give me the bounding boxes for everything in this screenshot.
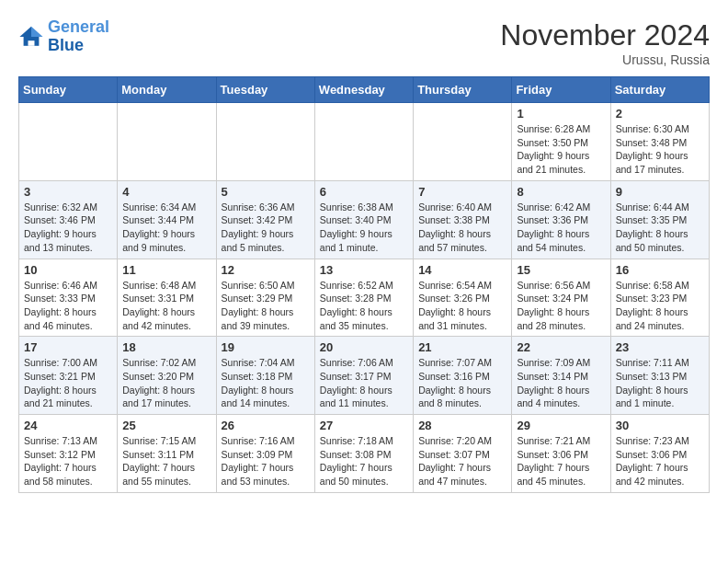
weekday-header: Sunday xyxy=(19,77,118,103)
calendar-body: 1Sunrise: 6:28 AM Sunset: 3:50 PM Daylig… xyxy=(19,103,710,493)
calendar-day: 15Sunrise: 6:56 AM Sunset: 3:24 PM Dayli… xyxy=(512,259,610,337)
calendar-day: 5Sunrise: 6:36 AM Sunset: 3:42 PM Daylig… xyxy=(216,180,314,259)
day-info: Sunrise: 6:52 AM Sunset: 3:28 PM Dayligh… xyxy=(320,279,408,333)
day-number: 26 xyxy=(222,419,310,432)
day-number: 29 xyxy=(517,419,605,432)
day-info: Sunrise: 6:46 AM Sunset: 3:33 PM Dayligh… xyxy=(24,279,112,333)
day-number: 4 xyxy=(122,185,210,199)
calendar-day xyxy=(19,103,118,181)
calendar-header: SundayMondayTuesdayWednesdayThursdayFrid… xyxy=(19,77,710,103)
day-info: Sunrise: 7:00 AM Sunset: 3:21 PM Dayligh… xyxy=(24,356,112,410)
title-block: November 2024 Urussu, Russia xyxy=(500,18,710,67)
day-number: 24 xyxy=(24,419,112,432)
page-header: General Blue November 2024 Urussu, Russi… xyxy=(18,18,710,67)
day-info: Sunrise: 6:44 AM Sunset: 3:35 PM Dayligh… xyxy=(616,201,704,255)
day-number: 22 xyxy=(517,340,605,354)
day-number: 8 xyxy=(517,185,605,199)
calendar-week: 3Sunrise: 6:32 AM Sunset: 3:46 PM Daylig… xyxy=(19,180,710,259)
day-number: 14 xyxy=(418,263,506,277)
day-info: Sunrise: 6:34 AM Sunset: 3:44 PM Dayligh… xyxy=(122,201,210,255)
day-number: 17 xyxy=(24,340,112,354)
weekday-header: Wednesday xyxy=(314,77,413,103)
day-number: 7 xyxy=(418,185,506,199)
svg-rect-4 xyxy=(28,40,35,46)
day-number: 15 xyxy=(517,263,605,277)
day-number: 23 xyxy=(616,340,704,354)
day-info: Sunrise: 6:28 AM Sunset: 3:50 PM Dayligh… xyxy=(517,122,605,177)
calendar-day: 17Sunrise: 7:00 AM Sunset: 3:21 PM Dayli… xyxy=(19,337,118,415)
day-number: 20 xyxy=(320,340,408,354)
logo-text: General Blue xyxy=(48,18,109,55)
day-info: Sunrise: 7:15 AM Sunset: 3:11 PM Dayligh… xyxy=(122,434,210,488)
calendar-day: 23Sunrise: 7:11 AM Sunset: 3:13 PM Dayli… xyxy=(610,337,709,415)
calendar-day: 14Sunrise: 6:54 AM Sunset: 3:26 PM Dayli… xyxy=(414,259,512,337)
calendar-day: 2Sunrise: 6:30 AM Sunset: 3:48 PM Daylig… xyxy=(610,103,709,181)
calendar-day: 3Sunrise: 6:32 AM Sunset: 3:46 PM Daylig… xyxy=(19,180,118,259)
calendar-day: 7Sunrise: 6:40 AM Sunset: 3:38 PM Daylig… xyxy=(414,180,512,259)
calendar-week: 1Sunrise: 6:28 AM Sunset: 3:50 PM Daylig… xyxy=(19,103,710,181)
weekday-header: Saturday xyxy=(610,77,709,103)
day-number: 3 xyxy=(24,185,112,199)
day-info: Sunrise: 7:09 AM Sunset: 3:14 PM Dayligh… xyxy=(517,356,605,410)
calendar-day: 8Sunrise: 6:42 AM Sunset: 3:36 PM Daylig… xyxy=(512,180,610,259)
day-info: Sunrise: 6:58 AM Sunset: 3:23 PM Dayligh… xyxy=(616,279,704,333)
day-info: Sunrise: 7:18 AM Sunset: 3:08 PM Dayligh… xyxy=(320,434,408,488)
calendar-day: 28Sunrise: 7:20 AM Sunset: 3:07 PM Dayli… xyxy=(414,415,512,493)
day-info: Sunrise: 7:23 AM Sunset: 3:06 PM Dayligh… xyxy=(616,434,704,488)
calendar-day: 20Sunrise: 7:06 AM Sunset: 3:17 PM Dayli… xyxy=(314,337,413,415)
day-number: 19 xyxy=(222,340,310,354)
calendar-day: 22Sunrise: 7:09 AM Sunset: 3:14 PM Dayli… xyxy=(512,337,610,415)
calendar-day: 21Sunrise: 7:07 AM Sunset: 3:16 PM Dayli… xyxy=(414,337,512,415)
day-number: 18 xyxy=(122,340,210,354)
calendar-day: 29Sunrise: 7:21 AM Sunset: 3:06 PM Dayli… xyxy=(512,415,610,493)
day-number: 28 xyxy=(418,419,506,432)
calendar-day: 10Sunrise: 6:46 AM Sunset: 3:33 PM Dayli… xyxy=(19,259,118,337)
day-info: Sunrise: 7:07 AM Sunset: 3:16 PM Dayligh… xyxy=(418,356,506,410)
day-info: Sunrise: 7:04 AM Sunset: 3:18 PM Dayligh… xyxy=(222,356,310,410)
day-info: Sunrise: 7:13 AM Sunset: 3:12 PM Dayligh… xyxy=(24,434,112,488)
calendar-day: 30Sunrise: 7:23 AM Sunset: 3:06 PM Dayli… xyxy=(610,415,709,493)
calendar-day: 13Sunrise: 6:52 AM Sunset: 3:28 PM Dayli… xyxy=(314,259,413,337)
calendar-day: 6Sunrise: 6:38 AM Sunset: 3:40 PM Daylig… xyxy=(314,180,413,259)
weekday-header: Monday xyxy=(118,77,216,103)
calendar-week: 24Sunrise: 7:13 AM Sunset: 3:12 PM Dayli… xyxy=(19,415,710,493)
day-info: Sunrise: 6:32 AM Sunset: 3:46 PM Dayligh… xyxy=(24,201,112,255)
calendar-day: 4Sunrise: 6:34 AM Sunset: 3:44 PM Daylig… xyxy=(118,180,216,259)
calendar-day: 11Sunrise: 6:48 AM Sunset: 3:31 PM Dayli… xyxy=(118,259,216,337)
calendar-day: 25Sunrise: 7:15 AM Sunset: 3:11 PM Dayli… xyxy=(118,415,216,493)
day-number: 2 xyxy=(616,107,704,121)
day-info: Sunrise: 6:50 AM Sunset: 3:29 PM Dayligh… xyxy=(222,279,310,333)
day-number: 12 xyxy=(222,263,310,277)
calendar-day: 26Sunrise: 7:16 AM Sunset: 3:09 PM Dayli… xyxy=(216,415,314,493)
location: Urussu, Russia xyxy=(500,52,710,67)
day-number: 5 xyxy=(222,185,310,199)
calendar-day xyxy=(314,103,413,181)
day-info: Sunrise: 6:30 AM Sunset: 3:48 PM Dayligh… xyxy=(616,122,704,177)
day-info: Sunrise: 6:40 AM Sunset: 3:38 PM Dayligh… xyxy=(418,201,506,255)
day-info: Sunrise: 7:02 AM Sunset: 3:20 PM Dayligh… xyxy=(122,356,210,410)
header-row: SundayMondayTuesdayWednesdayThursdayFrid… xyxy=(19,77,710,103)
day-info: Sunrise: 7:06 AM Sunset: 3:17 PM Dayligh… xyxy=(320,356,408,410)
calendar-day xyxy=(216,103,314,181)
day-number: 16 xyxy=(616,263,704,277)
day-info: Sunrise: 6:56 AM Sunset: 3:24 PM Dayligh… xyxy=(517,279,605,333)
day-number: 1 xyxy=(517,107,605,121)
day-number: 30 xyxy=(616,419,704,432)
calendar-day: 19Sunrise: 7:04 AM Sunset: 3:18 PM Dayli… xyxy=(216,337,314,415)
calendar-week: 17Sunrise: 7:00 AM Sunset: 3:21 PM Dayli… xyxy=(19,337,710,415)
day-info: Sunrise: 6:38 AM Sunset: 3:40 PM Dayligh… xyxy=(320,201,408,255)
calendar-day: 18Sunrise: 7:02 AM Sunset: 3:20 PM Dayli… xyxy=(118,337,216,415)
logo: General Blue xyxy=(18,18,109,55)
calendar-day: 24Sunrise: 7:13 AM Sunset: 3:12 PM Dayli… xyxy=(19,415,118,493)
day-info: Sunrise: 7:11 AM Sunset: 3:13 PM Dayligh… xyxy=(616,356,704,410)
day-info: Sunrise: 6:42 AM Sunset: 3:36 PM Dayligh… xyxy=(517,201,605,255)
day-number: 9 xyxy=(616,185,704,199)
calendar-day xyxy=(118,103,216,181)
day-number: 27 xyxy=(320,419,408,432)
calendar-day: 1Sunrise: 6:28 AM Sunset: 3:50 PM Daylig… xyxy=(512,103,610,181)
calendar-day: 9Sunrise: 6:44 AM Sunset: 3:35 PM Daylig… xyxy=(610,180,709,259)
month-title: November 2024 xyxy=(500,18,710,52)
calendar-day xyxy=(414,103,512,181)
day-info: Sunrise: 6:36 AM Sunset: 3:42 PM Dayligh… xyxy=(222,201,310,255)
day-info: Sunrise: 6:48 AM Sunset: 3:31 PM Dayligh… xyxy=(122,279,210,333)
